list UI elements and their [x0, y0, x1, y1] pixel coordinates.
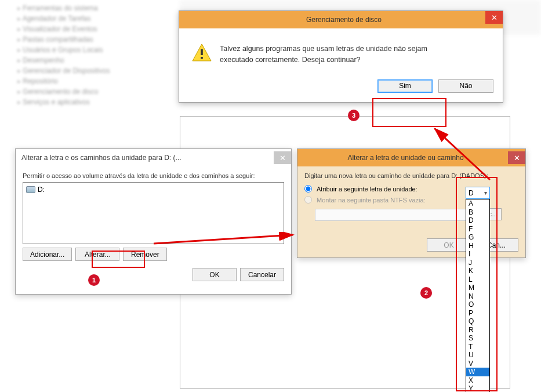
tree-item: Pastas compartilhadas — [3, 34, 177, 45]
tree-item: Usuários e Grupos Locais — [3, 45, 177, 55]
letter-option[interactable]: S — [466, 334, 489, 343]
letter-option[interactable]: P — [466, 309, 489, 318]
ntfs-folder-input — [315, 209, 471, 221]
change-button[interactable]: Alterar... — [75, 248, 119, 261]
letter-option[interactable]: Y — [466, 384, 489, 392]
background-tree: Ferramentas do sistema Agendador de Tare… — [0, 0, 180, 145]
letter-option[interactable]: H — [466, 242, 489, 251]
letter-option[interactable]: Q — [466, 317, 489, 326]
tree-item: Ferramentas do sistema — [3, 3, 177, 13]
letter-option[interactable]: J — [466, 259, 489, 267]
drive-list[interactable]: D: — [23, 182, 284, 244]
tree-item: Agendador de Tarefas — [3, 13, 177, 24]
letter-option[interactable]: L — [466, 275, 489, 284]
tree-item: Desempenho — [3, 55, 177, 66]
letter-option[interactable]: K — [466, 267, 489, 275]
dialog-title: Alterar a letra e os caminhos da unidade… — [21, 154, 181, 162]
letter-option[interactable]: R — [466, 326, 489, 335]
letter-option[interactable]: U — [466, 351, 489, 360]
ok-button[interactable]: OK — [427, 238, 471, 252]
letter-option[interactable]: O — [466, 300, 489, 309]
add-button[interactable]: Adicionar... — [23, 248, 72, 261]
letter-option[interactable]: V — [466, 360, 489, 368]
dialog-label: Permitir o acesso ao volume através da l… — [23, 172, 284, 179]
radio-label: Montar na seguinte pasta NTFS vazia: — [317, 197, 426, 204]
tree-item: Gerenciamento de disco — [3, 86, 177, 97]
tree-item: Visualizador de Eventos — [3, 24, 177, 34]
dialog-titlebar[interactable]: Alterar a letra e os caminhos da unidade… — [16, 149, 291, 166]
change-drive-letter-dialog: Alterar a letra e os caminhos da unidade… — [15, 148, 292, 295]
remove-button[interactable]: Remover — [123, 248, 167, 261]
close-icon[interactable]: ✕ — [274, 151, 291, 164]
drive-letter-dropdown[interactable]: ABDFGHIJKLMNOPQRSTUVWXYZ — [466, 199, 490, 392]
letter-option[interactable]: D — [466, 216, 489, 225]
letter-option[interactable]: A — [466, 199, 489, 208]
dialog-label: Digitar uma nova letra ou caminho de uni… — [304, 172, 518, 179]
warning-icon — [192, 43, 212, 62]
tree-item: Gerenciador de Dispositivos — [3, 66, 177, 76]
no-button[interactable]: Não — [438, 79, 493, 93]
radio-input[interactable] — [304, 185, 312, 193]
cancel-button[interactable]: Cancelar — [240, 268, 284, 281]
letter-option[interactable]: T — [466, 343, 489, 351]
ok-button[interactable]: OK — [193, 268, 237, 281]
confirmation-message: Talvez alguns programas que usam letras … — [220, 43, 427, 66]
selected-letter: D — [469, 189, 474, 197]
close-icon[interactable]: ✕ — [485, 11, 503, 24]
drive-letter-select[interactable]: D — [466, 187, 490, 199]
disk-icon — [26, 186, 35, 193]
letter-option[interactable]: W — [466, 368, 489, 376]
letter-option[interactable]: G — [466, 233, 489, 242]
radio-label: Atribuir a seguinte letra de unidade: — [317, 186, 417, 193]
letter-option[interactable]: I — [466, 250, 489, 259]
close-icon[interactable]: ✕ — [508, 151, 525, 164]
drive-letter-text: D: — [38, 186, 45, 194]
tree-item: Repositório — [3, 76, 177, 86]
yes-button[interactable]: Sim — [377, 79, 433, 93]
radio-input — [304, 196, 312, 204]
dialog-titlebar[interactable]: Alterar a letra de unidade ou caminho ✕ — [297, 149, 525, 166]
dialog-title: Alterar a letra de unidade ou caminho — [303, 154, 508, 162]
assign-drive-letter-dialog: Alterar a letra de unidade ou caminho ✕ … — [297, 148, 526, 258]
dialog-titlebar[interactable]: Gerenciamento de disco ✕ — [179, 11, 503, 28]
letter-option[interactable]: B — [466, 208, 489, 217]
dialog-title: Gerenciamento de disco — [306, 16, 382, 24]
svg-rect-2 — [201, 57, 203, 59]
confirmation-dialog: Gerenciamento de disco ✕ Talvez alguns p… — [179, 10, 503, 103]
letter-option[interactable]: F — [466, 225, 489, 234]
list-item[interactable]: D: — [26, 186, 281, 194]
tree-item: Serviços e aplicativos — [3, 97, 177, 107]
letter-option[interactable]: N — [466, 292, 489, 301]
letter-option[interactable]: X — [466, 376, 489, 385]
svg-rect-1 — [201, 49, 203, 55]
letter-option[interactable]: M — [466, 284, 489, 292]
